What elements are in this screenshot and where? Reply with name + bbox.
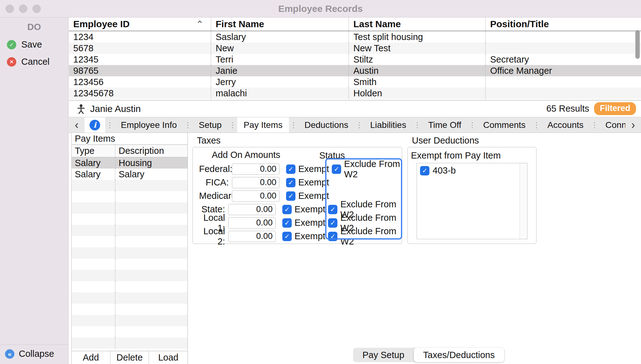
table-row[interactable]: 98765JanieAustinOffice Manager [69,65,641,76]
deduction-list-scrollbar-track[interactable] [520,163,527,239]
pay-item-type [72,270,115,281]
pay-item-empty-row [72,270,187,281]
tax-amount-input[interactable] [228,204,276,215]
sort-ascending-icon[interactable]: ⌃ [196,19,204,30]
tabs-scroll-right-button[interactable]: › [625,117,641,133]
pay-item-empty-row [72,281,187,292]
table-row[interactable]: 123456JerrySmith [69,76,641,88]
checkbox-checked-icon[interactable]: ✓ [332,164,341,174]
column-header-last-name[interactable]: Last Name [349,18,486,31]
exempt-checkbox[interactable]: ✓Exempt [286,191,331,201]
exclude-w2-checkbox[interactable]: ✓Exclude From W2 [332,159,402,179]
tab-info[interactable]: i [85,117,105,133]
table-cell: Janie [211,65,349,76]
tax-amount-input[interactable] [228,231,276,242]
exempt-checkbox[interactable]: ✓Exempt [282,204,325,215]
exclude-w2-checkbox[interactable]: ✓Exclude From W2 [328,226,402,247]
checkbox-checked-icon[interactable]: ✓ [420,166,429,175]
pay-item-description [115,270,187,281]
table-cell [486,88,641,99]
pay-item-type: Salary [72,169,115,180]
pay-item-description [115,326,187,337]
table-row[interactable]: 12345678malachiHolden [69,88,641,99]
collapse-button[interactable]: « Collapse [0,345,68,364]
tax-amount-input[interactable] [228,217,276,229]
checkbox-checked-icon[interactable]: ✓ [282,205,292,214]
tax-amount-input[interactable] [232,190,279,202]
exempt-checkbox[interactable]: ✓Exempt [282,218,325,228]
tab-setup[interactable]: Setup [192,117,228,133]
pay-item-empty-row [72,337,187,349]
bottom-tab-pay-setup[interactable]: Pay Setup [353,348,414,362]
tab-pay-items[interactable]: Pay Items [237,117,289,133]
table-cell: Holden [349,88,486,99]
table-cell: 98765 [69,65,211,76]
checkbox-checked-icon[interactable]: ✓ [282,232,292,241]
exempt-label: Exempt [295,231,325,241]
filtered-badge[interactable]: Filtered [594,102,636,115]
exempt-checkbox[interactable]: ✓Exempt [286,164,329,174]
tab-time-off[interactable]: Time Off [422,117,468,133]
column-header-type[interactable]: Type [72,145,115,157]
tab-strip: ‹ i ⋮Employee Info⋮Setup⋮Pay Items⋮Deduc… [69,117,641,133]
cancel-button[interactable]: ✕ Cancel [0,53,68,70]
column-header-first-name[interactable]: First Name [211,18,349,31]
tab-employee-info[interactable]: Employee Info [115,117,183,133]
save-check-icon: ✓ [7,40,16,49]
tax-amount-input[interactable] [232,177,279,188]
column-header-description[interactable]: Description [115,145,187,157]
tab-deductions[interactable]: Deductions [298,117,355,133]
checkbox-checked-icon[interactable]: ✓ [328,232,337,241]
pay-item-type [72,236,115,247]
collapse-chevrons-icon: « [5,349,14,359]
pay-items-rows: SalaryHousingSalarySalary [72,157,187,349]
pay-item-empty-row [72,304,187,315]
pay-items-header: Type Description [72,145,187,157]
checkbox-checked-icon[interactable]: ✓ [286,191,295,201]
bottom-tab-taxes-deductions[interactable]: Taxes/Deductions [414,348,504,362]
deduction-list: ✓403-b [417,163,527,239]
checkbox-checked-icon[interactable]: ✓ [286,178,295,187]
deduction-list-item[interactable]: ✓403-b [417,163,527,178]
pay-item-type [72,247,115,259]
table-row[interactable]: 12345TerriStiltzSecretary [69,54,641,65]
checkbox-checked-icon[interactable]: ✓ [286,164,295,174]
exempt-checkbox[interactable]: ✓Exempt [282,231,325,241]
pay-item-type: Salary [72,157,115,169]
pay-item-row[interactable]: SalaryHousing [72,157,187,169]
exempt-label: Exempt [295,218,325,228]
user-deductions-group: User Deductions Exempt from Pay Item ✓40… [408,136,536,244]
column-header-employee-id[interactable]: Employee ID ⌃ [69,18,211,31]
exempt-from-pay-item-label: Exempt from Pay Item [411,150,501,161]
checkbox-checked-icon[interactable]: ✓ [282,218,292,228]
pay-items-panel-title: Pay Items [72,133,187,145]
table-cell: malachi [211,88,349,99]
table-row[interactable]: 5678NewNew Test [69,43,641,54]
pay-item-description [115,180,187,191]
load-button[interactable]: Load [149,351,187,364]
save-button[interactable]: ✓ Save [0,36,68,53]
tab-accounts[interactable]: Accounts [541,117,590,133]
pay-item-description [115,191,187,202]
minimize-button[interactable] [19,5,27,13]
vertical-scrollbar-thumb[interactable] [635,30,640,59]
pay-item-row[interactable]: SalarySalary [72,169,187,180]
tabs-scroll-left-button[interactable]: ‹ [69,117,85,133]
column-header-position-title[interactable]: Position/Title [486,18,641,31]
pay-item-empty-row [72,180,187,191]
tab-separator-icon: ⋮ [355,121,364,129]
table-row[interactable]: 1234SaslaryTest split housing [69,31,641,43]
tax-amount-input[interactable] [232,164,279,175]
tab-liabilities[interactable]: Liabilities [364,117,413,133]
zoom-button[interactable] [33,5,41,13]
add-button[interactable]: Add [72,351,110,364]
results-count: 65 Results [546,104,589,114]
employee-table: Employee ID ⌃ First Name Last Name Posit… [69,18,641,100]
delete-button[interactable]: Delete [110,351,149,364]
tab-comments[interactable]: Comments [477,117,532,133]
table-cell: Stiltz [349,54,486,65]
close-button[interactable] [6,5,14,13]
pay-item-empty-row [72,225,187,236]
pay-item-type [72,214,115,225]
exempt-checkbox[interactable]: ✓Exempt [286,177,331,188]
